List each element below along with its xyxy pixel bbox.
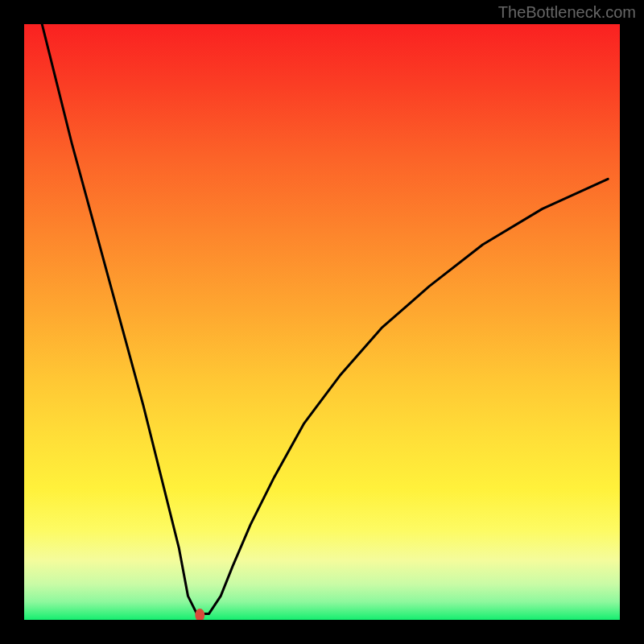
chart-frame — [0, 0, 644, 644]
curve-layer — [24, 24, 620, 620]
bottleneck-curve — [42, 24, 608, 614]
optimal-point-marker — [195, 609, 204, 620]
watermark: TheBottleneck.com — [498, 3, 636, 22]
plot-area — [24, 24, 620, 620]
